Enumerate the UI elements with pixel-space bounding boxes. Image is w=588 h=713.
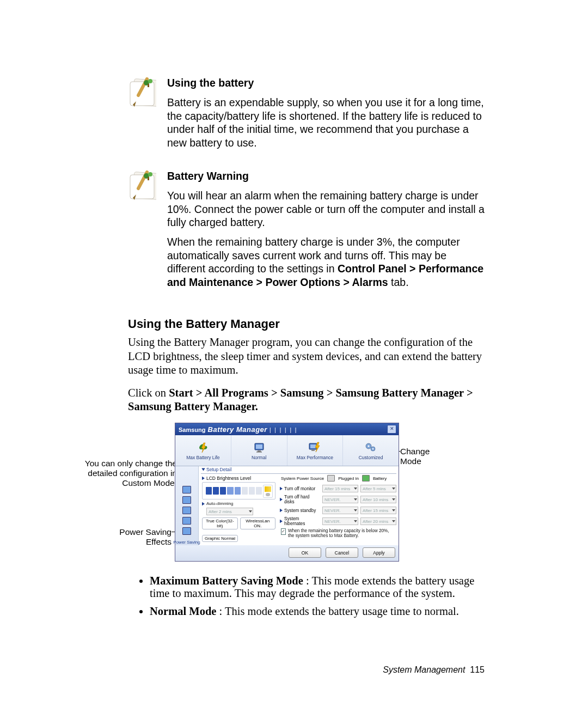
brightness-indicator-icon [263,485,273,498]
wireless-lan-button[interactable]: WirelessLan ON. [240,517,276,529]
mode-tab[interactable]: Normal [231,435,287,466]
click-instruction: Click on Start > All Programs > Samsung … [128,386,485,414]
svg-point-5 [148,79,152,83]
svg-point-25 [368,445,370,447]
power-setting-row: Turn off hard disksNEVER.After 10 mins [280,493,396,505]
svg-rect-18 [256,452,262,453]
mode-tab[interactable]: Max Battery Life [175,435,231,466]
power-setting-battery-dropdown[interactable]: After 20 mins [360,517,396,525]
dialog-button-bar: OK Cancel Apply [175,545,399,561]
mode-label: Customized [359,455,383,460]
note-row: Using the batteryBattery is an expendabl… [128,76,485,156]
checkbox-icon[interactable]: ✓ [281,528,286,535]
note-paragraph: You will hear an alarm when the remainin… [167,189,485,229]
power-setting-plugged-dropdown[interactable]: NEVER. [322,496,358,503]
chevron-right-icon [202,502,205,505]
power-setting-row: Turn off monitorAfter 15 minsAfter 5 min… [280,484,396,493]
power-setting-battery-dropdown[interactable]: After 15 mins [360,507,396,514]
power-setting-label: System standby [280,508,320,513]
window-titlebar: Samsung Battery Manager | | | | | | ✕ [175,423,399,435]
brightness-slider[interactable] [202,482,275,499]
battery-manager-figure: Change Mode You can only change the deta… [84,423,441,562]
mode-icon [252,441,266,454]
mode-icon [308,441,322,454]
chevron-right-icon [280,520,283,523]
chevron-right-icon [280,487,283,490]
svg-rect-20 [310,444,316,448]
auto-dimming-row: Auto-dimming [201,501,277,507]
mode-description-list: Maximum Battery Saving Mode : This mode … [150,575,485,618]
close-icon[interactable]: ✕ [387,425,396,434]
svg-rect-21 [311,450,315,451]
mode-selector[interactable]: Max Battery Life Normal Max Performance … [175,435,399,466]
true-color-button[interactable]: True Color(32-bit) [202,517,238,529]
mode-tab[interactable]: Customized [342,435,399,466]
annot-change-mode: Change Mode [400,447,441,466]
power-setting-battery-dropdown[interactable]: After 10 mins [360,496,396,503]
mode-icon [196,441,210,454]
note-title: Using the battery [167,76,485,89]
battery-manager-window: Samsung Battery Manager | | | | | | ✕ Ma… [175,423,399,562]
mode-list-item: Normal Mode : This mode extends the batt… [150,605,485,618]
svg-point-26 [372,448,373,449]
ok-button[interactable]: OK [289,547,321,558]
note-icon [128,170,156,203]
power-setting-plugged-dropdown[interactable]: After 15 mins [322,485,358,492]
power-setting-label: Turn off monitor [280,486,320,491]
svg-rect-13 [148,177,149,180]
apply-button[interactable]: Apply [363,547,395,558]
plug-icon [327,475,335,482]
battery-icon [362,475,370,482]
mode-list-item: Maximum Battery Saving Mode : This mode … [150,575,485,600]
cancel-button[interactable]: Cancel [326,547,358,558]
power-setting-label: Turn off hard disks [280,495,320,504]
mode-label: Max Battery Life [186,455,219,460]
chevron-down-icon [201,468,205,471]
chevron-right-icon [280,509,283,512]
chevron-right-icon [202,477,205,480]
system-power-source-row: System Power Source Plugged in Battery [280,474,396,484]
page-footer: System Management 115 [383,665,485,675]
power-setting-plugged-dropdown[interactable]: NEVER. [322,517,358,525]
power-setting-plugged-dropdown[interactable]: NEVER. [322,507,358,514]
mode-icon [364,441,378,454]
power-setting-row: System standbyNEVER.After 15 mins [280,505,396,515]
chevron-right-icon [280,498,283,501]
setup-detail-header[interactable]: Setup Detail [201,466,396,474]
svg-rect-17 [258,450,261,452]
power-saving-sidebar: Power Saving [175,466,199,545]
mode-label: Normal [252,455,266,460]
power-setting-label: System hibernates [280,516,320,526]
section-heading: Using the Battery Manager [128,317,485,331]
note-paragraph: Battery is an expendable supply, so when… [167,96,485,149]
note-row: Battery WarningYou will hear an alarm wh… [128,169,485,295]
graphic-normal-button[interactable]: Graphic Normal [202,535,238,542]
svg-rect-16 [256,444,262,449]
annot-custom-only: You can only change the detailed configu… [41,459,177,488]
mode-label: Max Performance [297,455,333,460]
svg-rect-6 [148,84,149,87]
power-setting-battery-dropdown[interactable]: After 5 mins [360,485,396,492]
note-icon [128,77,156,110]
svg-point-12 [148,172,152,176]
note-paragraph: When the remaining battery charge is und… [167,235,485,289]
mode-tab[interactable]: Max Performance [287,435,343,466]
auto-dim-dropdown[interactable]: After 2 mins [206,508,253,515]
low-battery-checkbox-row[interactable]: ✓ When the remaining battery capacity is… [280,527,396,542]
note-title: Battery Warning [167,169,485,182]
power-setting-row: System hibernatesNEVER.After 20 mins [280,515,396,527]
section-intro: Using the Battery Manager program, you c… [128,336,485,377]
annot-power-saving: Power Saving Effects [101,527,171,547]
lcd-brightness-heading: LCD Brightness Level [201,474,277,482]
